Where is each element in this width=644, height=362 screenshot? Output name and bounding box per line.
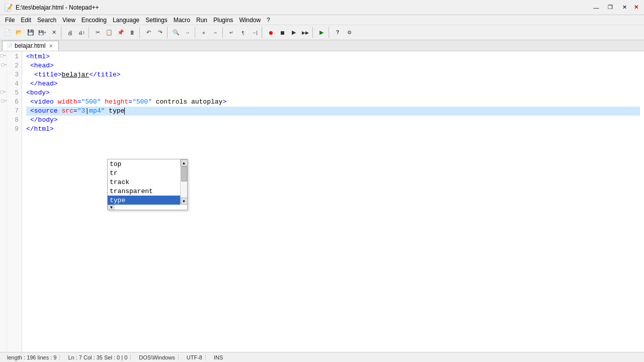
line-num-7: 7 (9, 107, 19, 116)
status-encoding: UTF-8 (184, 354, 206, 360)
wordwrap-button[interactable]: ↵ (226, 27, 237, 38)
zoom-out-button[interactable]: − (210, 27, 221, 38)
separator-7 (262, 27, 264, 38)
all-chars-button[interactable]: ¶ (237, 27, 249, 38)
menu-macro[interactable]: Macro (171, 16, 193, 24)
ac-scroll-up[interactable]: ▲ (181, 159, 188, 166)
line-num-2: 2 (9, 61, 19, 70)
save-all-button[interactable]: 💾+ (37, 27, 48, 38)
code-tag-2: <head> (30, 61, 54, 70)
tab-close-button[interactable]: ✕ (47, 42, 54, 49)
ac-item-transparent[interactable]: transparent (108, 187, 180, 196)
about-button[interactable]: ? (332, 27, 343, 38)
code-tag-body-close: </body> (30, 116, 58, 125)
macro-play-button[interactable]: ▶ (288, 27, 299, 38)
minimize-button[interactable]: — (590, 3, 603, 13)
code-tag-title-open: <title> (34, 70, 62, 79)
line-num-6: 6 (9, 98, 19, 107)
menu-window[interactable]: Window (236, 16, 264, 24)
fold-3 (0, 69, 7, 78)
menu-file[interactable]: File (2, 16, 18, 24)
restore-button[interactable]: ❐ (604, 3, 617, 13)
menu-view[interactable]: View (59, 16, 78, 24)
macro-record-button[interactable]: ⏺ (265, 27, 276, 38)
indent-button[interactable]: →| (249, 27, 260, 38)
print-now-button[interactable]: 🖨! (76, 27, 87, 38)
save-button[interactable]: 💾 (25, 27, 36, 38)
fold-indicators: □− □− □− □− (0, 51, 7, 352)
code-line-2: <head> (26, 61, 640, 70)
app-icon: 📝 (4, 4, 13, 12)
copy-button[interactable]: 📋 (104, 27, 115, 38)
menu-plugins[interactable]: Plugins (210, 16, 236, 24)
toolbar: 📄 📂 💾 💾+ ✕ 🖨 🖨! ✂ 📋 📌 🗑 ↶ ↷ 🔍 ↔ + − ↵ ¶ … (0, 25, 644, 40)
run-button[interactable]: ▶ (316, 27, 327, 38)
ac-container: top tr track transparent type ▲ (108, 159, 187, 205)
close-button2[interactable]: ✕ (48, 27, 59, 38)
menu-settings[interactable]: Settings (142, 16, 170, 24)
ac-dropdown-arrow[interactable]: ▼ (108, 205, 115, 210)
delete-button[interactable]: 🗑 (127, 27, 138, 38)
menu-search[interactable]: Search (34, 16, 59, 24)
close-button[interactable]: ✕ (618, 3, 631, 13)
find-button[interactable]: 🔍 (171, 27, 182, 38)
line-numbers: 1 2 3 4 5 6 7 8 9 (7, 51, 22, 352)
zoom-in-button[interactable]: + (198, 27, 209, 38)
macro-run-multiple-button[interactable]: ▶▶ (300, 27, 311, 38)
ac-item-type[interactable]: type (108, 196, 180, 205)
undo-button[interactable]: ↶ (143, 27, 154, 38)
fold-1[interactable]: □− (0, 51, 7, 60)
separator-4 (167, 27, 169, 38)
code-line-4: </head> (26, 79, 640, 88)
settings-button2[interactable]: ⚙ (344, 27, 355, 38)
code-tag-html-close: </html> (26, 125, 54, 134)
tab-belajar[interactable]: 📄 belajar.html ✕ (2, 41, 59, 51)
menu-bar: File Edit Search View Encoding Language … (0, 15, 644, 25)
separator-2 (89, 27, 91, 38)
tab-label: belajar.html (15, 42, 45, 49)
line-num-1: 1 (9, 52, 19, 61)
ac-item-tr-label: tr (110, 169, 118, 177)
print-button[interactable]: 🖨 (64, 27, 75, 38)
code-tag-title-close: </title> (89, 70, 120, 79)
fold-7 (0, 106, 7, 115)
code-line-7: <source src="3|mp4" type (26, 107, 640, 116)
code-tag-1: <html> (26, 52, 50, 61)
window-controls: — ❐ ✕ ✕ (590, 3, 640, 13)
code-title-text: belajar (62, 70, 90, 79)
close-all-button[interactable]: ✕ (632, 3, 640, 13)
separator-6 (222, 27, 224, 38)
fold-8 (0, 115, 7, 124)
open-button[interactable]: 📂 (14, 27, 25, 38)
code-tag-body: <body> (26, 88, 50, 98)
ac-scrollbar: ▲ ▼ (180, 159, 187, 205)
code-line-5: <body> (26, 88, 640, 98)
ac-scroll-thumb[interactable] (181, 166, 187, 182)
new-button[interactable]: 📄 (2, 27, 13, 38)
cut-button[interactable]: ✂ (92, 27, 103, 38)
status-bar: length : 196 lines : 9 Ln : 7 Col : 35 S… (0, 352, 644, 362)
fold-5[interactable]: □− (0, 87, 7, 97)
fold-6[interactable]: □− (0, 97, 7, 106)
tab-bar: 📄 belajar.html ✕ (0, 40, 644, 51)
separator-1 (61, 27, 63, 38)
fold-2[interactable]: □− (0, 60, 7, 69)
line-num-4: 4 (9, 79, 19, 88)
line-num-3: 3 (9, 70, 19, 79)
menu-help[interactable]: ? (264, 16, 273, 24)
ac-scroll-down[interactable]: ▼ (181, 198, 188, 205)
ac-item-tr[interactable]: tr (108, 168, 180, 177)
find-replace-button[interactable]: ↔ (182, 27, 193, 38)
menu-run[interactable]: Run (193, 16, 210, 24)
macro-stop-button[interactable]: ⏹ (277, 27, 288, 38)
ac-item-top[interactable]: top (108, 159, 180, 168)
code-line-8: </body> (26, 116, 640, 125)
redo-button[interactable]: ↷ (154, 27, 166, 38)
menu-edit[interactable]: Edit (18, 16, 34, 24)
ac-list: top tr track transparent type (108, 159, 180, 205)
ac-item-track[interactable]: track (108, 177, 180, 187)
menu-encoding[interactable]: Encoding (78, 16, 110, 24)
paste-button[interactable]: 📌 (115, 27, 126, 38)
ac-item-track-label: track (110, 178, 129, 186)
menu-language[interactable]: Language (110, 16, 142, 24)
